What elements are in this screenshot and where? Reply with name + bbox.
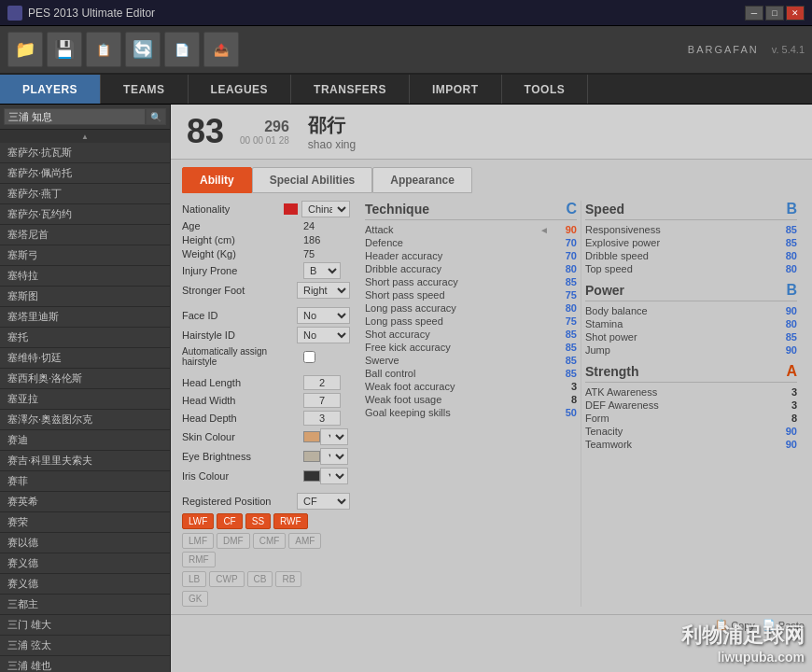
player-list-item[interactable]: 塞塔尼首 — [0, 225, 170, 245]
filter-button[interactable]: 🔍 — [146, 108, 166, 125]
copy-tool-button[interactable]: 📋 — [86, 32, 121, 67]
skin-colour-swatch[interactable] — [303, 431, 320, 442]
player-list-item[interactable]: 塞澤尔·奥兹图尔克 — [0, 410, 170, 430]
pos-lwf[interactable]: LWF — [182, 513, 214, 529]
player-list-item[interactable]: 塞维特·切廷 — [0, 348, 170, 369]
pos-amf[interactable]: AMF — [288, 533, 321, 549]
technique-stat-row: Goal keeping skills 50 — [365, 407, 577, 418]
copy-button[interactable]: 📋 Copy — [715, 619, 755, 631]
player-list-item[interactable]: 三门 雄大 — [0, 615, 170, 636]
nationality-label: Nationality — [182, 203, 284, 215]
player-list-item[interactable]: 赛迪 — [0, 430, 170, 451]
speed-title: Speed B — [585, 201, 797, 220]
face-id-select[interactable]: No — [297, 307, 350, 324]
pos-lmf[interactable]: LMF — [182, 533, 214, 549]
player-list-item[interactable]: 塞萨尔·燕丁 — [0, 184, 170, 204]
stat-label: Tenacity — [585, 426, 771, 437]
stronger-foot-label: Stronger Foot — [182, 285, 297, 296]
injury-prone-select[interactable]: B — [303, 262, 341, 279]
pos-dmf[interactable]: DMF — [217, 533, 250, 549]
power-stats: Body balance 90 Stamina 80 Shot power 85… — [585, 305, 797, 356]
player-list-item[interactable]: 塞西利奥·洛伦斯 — [0, 369, 170, 389]
power-stat-row: Body balance 90 — [585, 305, 797, 316]
stat-value: 80 — [771, 318, 797, 329]
stat-label: Short pass speed — [365, 289, 551, 301]
head-width-input[interactable] — [303, 393, 341, 408]
player-list-item[interactable]: 赛荣 — [0, 512, 170, 533]
paste-button[interactable]: 📄 Paste — [763, 619, 805, 631]
player-list-item[interactable]: 赛以德 — [0, 533, 170, 553]
stronger-foot-select[interactable]: Right — [297, 282, 350, 299]
registered-position-select[interactable]: CF — [297, 493, 350, 510]
iris-colour-select[interactable]: ▼ — [320, 468, 348, 484]
player-list-item[interactable]: 三都主 — [0, 595, 170, 615]
tab-tools[interactable]: TOOLS — [502, 75, 589, 104]
hairstyle-id-select[interactable]: No — [297, 327, 350, 343]
scroll-up-button[interactable]: ▲ — [0, 130, 170, 143]
tab-transfers[interactable]: TRANSFERS — [291, 75, 410, 104]
pos-cb[interactable]: CB — [247, 571, 273, 587]
tab-leagues[interactable]: LEAGUES — [189, 75, 292, 104]
save-button[interactable]: 💾 — [47, 32, 82, 67]
player-list-item[interactable]: 赛义德 — [0, 574, 170, 595]
pos-rb[interactable]: RB — [275, 571, 301, 587]
pos-rwf[interactable]: RWF — [273, 513, 308, 529]
open-button[interactable]: 📁 — [7, 32, 43, 67]
player-list-item[interactable]: 塞托 — [0, 328, 170, 348]
pos-cwp[interactable]: CWP — [209, 571, 244, 587]
player-list-item[interactable]: 塞萨尔·佩尚托 — [0, 163, 170, 184]
tab-appearance[interactable]: Appearance — [372, 167, 472, 193]
stat-label: Free kick accuracy — [365, 342, 551, 353]
pos-cf[interactable]: CF — [217, 513, 242, 529]
new-button[interactable]: 📄 — [164, 32, 200, 67]
player-list-item[interactable]: 三浦 雄也 — [0, 656, 170, 672]
maximize-button[interactable]: □ — [765, 6, 784, 21]
technique-stat-row: Header accuracy 70 — [365, 250, 577, 261]
head-length-input[interactable] — [303, 375, 341, 390]
pos-lb[interactable]: LB — [182, 571, 206, 587]
weight-row: Weight (Kg) 75 — [182, 248, 350, 259]
iris-colour-swatch[interactable] — [303, 470, 320, 482]
speed-grade: B — [786, 201, 797, 217]
player-list-item[interactable]: 赛吉·科里里夫索夫 — [0, 451, 170, 471]
refresh-button[interactable]: 🔄 — [125, 32, 161, 67]
player-list-item[interactable]: 三浦 弦太 — [0, 636, 170, 656]
player-list-item[interactable]: 塞萨尔·抗瓦斯 — [0, 143, 170, 163]
tab-special-abilities[interactable]: Special Abilities — [252, 167, 373, 193]
pos-gk[interactable]: GK — [182, 591, 208, 607]
player-list-item[interactable]: 塞塔里迪斯 — [0, 307, 170, 328]
tab-import[interactable]: IMPORT — [410, 75, 502, 104]
stats-area: Technique C Attack ◄ 90 Defence 70 Heade… — [361, 201, 801, 607]
stat-value: 75 — [551, 315, 577, 327]
player-list-item[interactable]: 赛菲 — [0, 471, 170, 492]
head-length-row: Head Length — [182, 375, 350, 390]
minimize-button[interactable]: ─ — [745, 6, 763, 21]
tab-teams[interactable]: TEAMS — [101, 75, 189, 104]
player-list-item[interactable]: 塞斯图 — [0, 287, 170, 307]
close-button[interactable]: ✕ — [786, 6, 805, 21]
player-list-item[interactable]: 赛义德 — [0, 553, 170, 574]
position-buttons-gk: GK — [182, 591, 350, 607]
player-list-item[interactable]: 塞萨尔·瓦约约 — [0, 204, 170, 225]
head-depth-input[interactable] — [303, 411, 341, 426]
tab-players[interactable]: PLAYERS — [0, 75, 101, 104]
iris-colour-row: Iris Colour ▼ — [182, 468, 350, 484]
search-input[interactable] — [4, 108, 146, 125]
player-list-item[interactable]: 塞斯弓 — [0, 245, 170, 266]
pos-rmf[interactable]: RMF — [182, 552, 216, 567]
player-list-item[interactable]: 塞亚拉 — [0, 389, 170, 410]
export-button[interactable]: 📤 — [203, 32, 239, 67]
pos-cmf[interactable]: CMF — [253, 533, 287, 549]
stat-value: 70 — [551, 237, 577, 248]
player-name-cn: 邵行 — [308, 113, 356, 138]
player-list-item[interactable]: 赛英希 — [0, 492, 170, 512]
player-list-item[interactable]: 塞特拉 — [0, 266, 170, 287]
eye-brightness-swatch[interactable] — [303, 451, 320, 462]
nav-tabs: PLAYERS TEAMS LEAGUES TRANSFERS IMPORT T… — [0, 75, 812, 105]
eye-brightness-select[interactable]: ▼ — [320, 448, 348, 465]
pos-ss[interactable]: SS — [245, 513, 271, 529]
nationality-select[interactable]: China — [301, 201, 350, 217]
auto-hairstyle-checkbox[interactable] — [303, 351, 315, 363]
skin-colour-select[interactable]: ▼ — [320, 428, 348, 445]
tab-ability[interactable]: Ability — [182, 167, 252, 193]
